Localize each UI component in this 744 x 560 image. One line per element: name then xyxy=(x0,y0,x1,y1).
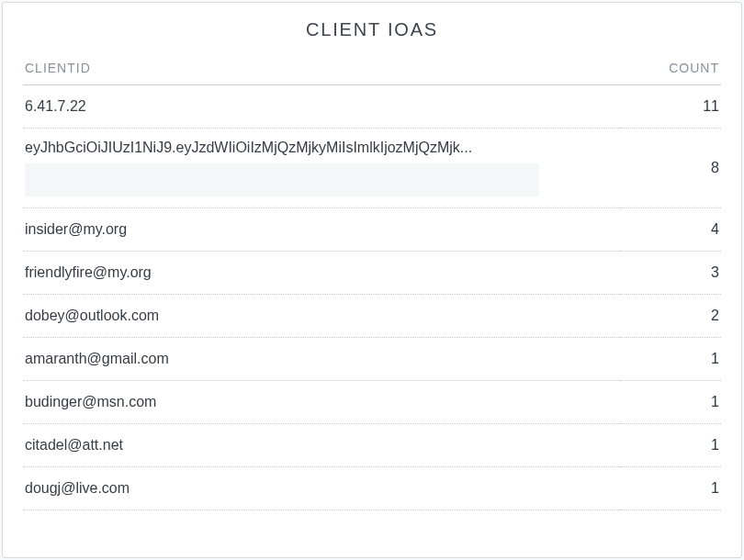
column-header-count[interactable]: COUNT xyxy=(620,53,721,85)
clientid-cell[interactable]: budinger@msn.com xyxy=(23,381,620,424)
table-scroll-area[interactable]: CLIENTID COUNT 6.41.7.2211eyJhbGciOiJIUz… xyxy=(3,53,741,557)
table-row[interactable]: budinger@msn.com1 xyxy=(23,381,721,424)
count-cell: 1 xyxy=(620,338,721,381)
client-ioas-panel: CLIENT IOAS CLIENTID COUNT 6.41.7.2211ey… xyxy=(2,2,742,558)
count-cell: 1 xyxy=(620,381,721,424)
count-cell: 3 xyxy=(620,252,721,295)
table-row[interactable]: 6.41.7.2211 xyxy=(23,85,721,129)
clientid-cell[interactable]: eyJhbGciOiJIUzI1NiJ9.eyJzdWIiOiIzMjQzMjk… xyxy=(23,129,620,208)
table-row[interactable]: insider@my.org4 xyxy=(23,208,721,252)
client-ioas-table: CLIENTID COUNT 6.41.7.2211eyJhbGciOiJIUz… xyxy=(23,53,721,510)
token-preview-box xyxy=(25,163,539,196)
column-header-clientid[interactable]: CLIENTID xyxy=(23,53,620,85)
table-row[interactable]: amaranth@gmail.com1 xyxy=(23,338,721,381)
token-text: eyJhbGciOiJIUzI1NiJ9.eyJzdWIiOiIzMjQzMjk… xyxy=(25,140,539,156)
panel-title: CLIENT IOAS xyxy=(3,3,741,53)
clientid-cell[interactable]: dougj@live.com xyxy=(23,467,620,510)
clientid-cell[interactable]: citadel@att.net xyxy=(23,424,620,467)
count-cell: 1 xyxy=(620,467,721,510)
count-cell: 1 xyxy=(620,424,721,467)
clientid-cell[interactable]: amaranth@gmail.com xyxy=(23,338,620,381)
table-row[interactable]: friendlyfire@my.org3 xyxy=(23,252,721,295)
count-cell: 8 xyxy=(620,129,721,208)
table-row[interactable]: eyJhbGciOiJIUzI1NiJ9.eyJzdWIiOiIzMjQzMjk… xyxy=(23,129,721,208)
table-row[interactable]: dougj@live.com1 xyxy=(23,467,721,510)
clientid-cell[interactable]: friendlyfire@my.org xyxy=(23,252,620,295)
count-cell: 4 xyxy=(620,208,721,252)
count-cell: 11 xyxy=(620,85,721,129)
clientid-cell[interactable]: insider@my.org xyxy=(23,208,620,252)
table-header-row: CLIENTID COUNT xyxy=(23,53,721,85)
clientid-cell[interactable]: 6.41.7.22 xyxy=(23,85,620,129)
table-row[interactable]: citadel@att.net1 xyxy=(23,424,721,467)
count-cell: 2 xyxy=(620,295,721,338)
table-row[interactable]: dobey@outlook.com2 xyxy=(23,295,721,338)
clientid-cell[interactable]: dobey@outlook.com xyxy=(23,295,620,338)
